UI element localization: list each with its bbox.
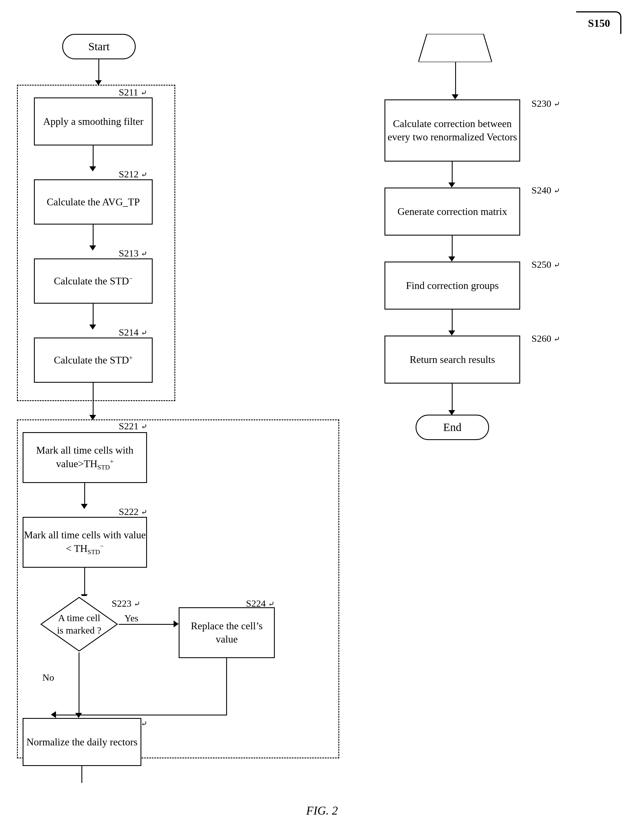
arrowhead-s213-s214 <box>89 324 96 330</box>
arrow-s212-s213 <box>93 224 94 247</box>
s212-label: S212 ⤶ <box>119 169 147 180</box>
arrow-s223-yes <box>119 624 175 625</box>
arrowhead-s223-yes <box>174 621 179 627</box>
fig-label: FIG. 2 <box>306 804 338 817</box>
s222-text: Mark all time cells with value < THSTD− <box>23 529 146 556</box>
s214-box: Calculate the STD+ <box>34 337 153 383</box>
s213-box: Calculate the STD− <box>34 259 153 304</box>
s223-text: A time cellis marked ? <box>39 596 119 652</box>
arrowhead-right-top <box>452 94 458 100</box>
arrow-s221-s222 <box>84 483 85 506</box>
s223-diamond: A time cellis marked ? <box>39 596 119 652</box>
s221-label: S221 ⤶ <box>119 421 147 432</box>
yes-label: Yes <box>124 613 138 624</box>
s260-box: Return search results <box>384 336 520 383</box>
arrowhead-s224-left <box>51 711 56 718</box>
s211-label: S211 ⤶ <box>119 87 147 98</box>
arrow-s222-s223 <box>84 568 85 596</box>
end-label: End <box>443 420 462 435</box>
arrow-s214-s221 <box>93 383 94 417</box>
arrow-s213-s214 <box>93 304 94 326</box>
s213-label: S213 ⤶ <box>119 248 147 259</box>
s213-text: Calculate the STD− <box>54 274 133 288</box>
s260-label: S260 ⤶ <box>531 333 560 344</box>
s240-label: S240 ⤶ <box>531 185 560 196</box>
s240-box: Generate correction matrix <box>384 188 520 236</box>
s260-text: Return search results <box>410 353 495 366</box>
arrow-s240-s250 <box>452 236 453 258</box>
s225-box: Normalize the daily rectors <box>23 718 141 766</box>
no-label: No <box>43 672 54 683</box>
page: S150 Start S211 ⤶ Apply a smoothing filt… <box>0 0 644 840</box>
s230-box: Calculate correction between every two r… <box>384 100 520 162</box>
s223-label: S223 ⤶ <box>112 598 140 609</box>
s211-box: Apply a smoothing filter <box>34 97 153 146</box>
arrowhead-s240-s250 <box>449 257 455 262</box>
s250-box: Find correction groups <box>384 262 520 309</box>
trapezoid-shape <box>418 34 492 62</box>
arrowhead-s221-s222 <box>81 504 88 509</box>
s250-label: S250 ⤶ <box>531 259 560 270</box>
right-top-connector <box>455 56 456 96</box>
arrow-s230-s240 <box>452 162 453 184</box>
s211-text: Apply a smoothing filter <box>43 115 144 128</box>
arrow-s225-out <box>81 766 82 783</box>
s221-text: Mark all time cells with value>THSTD+ <box>23 444 146 472</box>
s214-text: Calculate the STD+ <box>54 353 133 367</box>
s222-label: S222 ⤶ <box>119 506 147 517</box>
end-box: End <box>416 414 489 440</box>
arrow-s223-no <box>79 652 79 715</box>
s150-label: S150 <box>588 17 610 29</box>
s212-text: Calculate the AVG_TP <box>47 195 140 209</box>
arrow-s260-end <box>452 383 453 412</box>
start-box: Start <box>62 34 136 59</box>
svg-marker-1 <box>418 34 492 62</box>
arrowhead-s212-s213 <box>89 246 96 251</box>
arrow-s224-down <box>226 658 227 715</box>
s225-text: Normalize the daily rectors <box>26 735 138 749</box>
s212-box: Calculate the AVG_TP <box>34 179 153 224</box>
arrowhead-s223-no <box>75 713 82 718</box>
arrowhead-s230-s240 <box>449 182 455 188</box>
arrow-s250-s260 <box>452 309 453 332</box>
s224-text: Replace the cell’s value <box>179 619 274 646</box>
s230-label: S230 ⤶ <box>531 98 560 109</box>
s240-text: Generate correction matrix <box>398 205 507 218</box>
s230-text: Calculate correction between every two r… <box>385 117 519 144</box>
s222-box: Mark all time cells with value < THSTD− <box>23 517 147 568</box>
arrowhead-s250-s260 <box>449 331 455 336</box>
s250-text: Find correction groups <box>406 279 499 292</box>
s221-box: Mark all time cells with value>THSTD+ <box>23 432 147 483</box>
s214-label: S214 ⤶ <box>119 327 147 338</box>
arrow-s211-s212 <box>93 146 94 168</box>
start-label: Start <box>88 39 110 54</box>
arrowhead-s211-s212 <box>89 166 96 172</box>
s224-box: Replace the cell’s value <box>179 607 275 658</box>
arrow-start-s211 <box>99 59 99 82</box>
